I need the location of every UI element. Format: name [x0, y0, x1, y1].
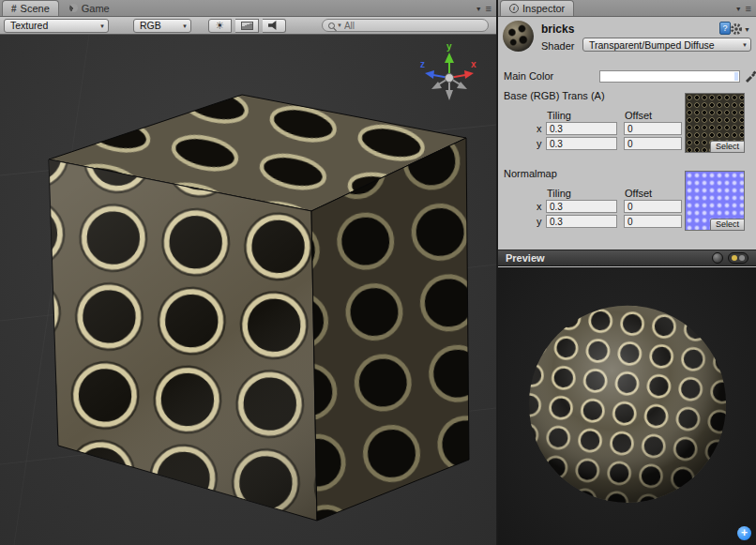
- material-preview-sphere[interactable]: [522, 299, 733, 509]
- main-color-label: Main Color: [504, 70, 553, 82]
- pane-dropdown-icon[interactable]: ▼: [735, 6, 742, 12]
- preview-header[interactable]: Preview: [498, 250, 756, 266]
- gizmo-y-label[interactable]: y: [446, 41, 452, 52]
- speaker-icon: [268, 21, 280, 30]
- pane-dropdown-icon[interactable]: ▼: [476, 6, 482, 12]
- sun-icon: ☀: [216, 21, 225, 31]
- pane-menu-icon[interactable]: ≡: [746, 4, 751, 13]
- normal-y-axis-label: y: [537, 216, 542, 227]
- normal-tiling-header: Tiling: [547, 188, 571, 199]
- material-name: bricks: [541, 23, 574, 36]
- normal-tiling-x-input[interactable]: [546, 200, 617, 213]
- main-color-swatch[interactable]: [599, 70, 740, 83]
- material-preview-icon: [503, 21, 534, 52]
- skybox-icon: [241, 22, 253, 30]
- scene-cube[interactable]: [0, 35, 496, 545]
- material-options[interactable]: ▼: [730, 23, 750, 36]
- base-texture-select-button[interactable]: Select: [710, 141, 745, 153]
- scene-search-field[interactable]: ▼: [322, 19, 489, 32]
- preview-dot-icon: [732, 255, 737, 261]
- scene-panel: # Scene Game ▼ ≡ Textured ▼ RGB ▼ ☀: [0, 0, 496, 545]
- pane-menu-icon[interactable]: ≡: [486, 4, 491, 13]
- audio-toggle[interactable]: [263, 19, 286, 33]
- tab-inspector-label: Inspector: [522, 3, 565, 14]
- base-map-title: Base (RGB) Trans (A): [504, 90, 605, 101]
- base-offset-x-input[interactable]: [624, 122, 682, 135]
- normal-offset-y-input[interactable]: [624, 215, 682, 228]
- base-offset-header: Offset: [625, 110, 652, 121]
- search-input[interactable]: [344, 21, 482, 31]
- tab-scene[interactable]: # Scene: [2, 0, 59, 16]
- base-tiling-header: Tiling: [547, 110, 571, 121]
- inspector-pane-controls: ▼ ≡: [735, 4, 756, 16]
- channel-value: RGB: [140, 20, 161, 31]
- chevron-down-icon: ▼: [744, 26, 750, 33]
- tab-game[interactable]: Game: [61, 0, 118, 16]
- shader-label: Shader: [541, 40, 574, 52]
- lighting-toggle[interactable]: ☀: [208, 19, 232, 33]
- gizmo-z-label[interactable]: z: [420, 59, 425, 69]
- normal-tiling-y-input[interactable]: [546, 215, 617, 228]
- preview-lighting-icon[interactable]: [728, 252, 748, 264]
- normal-map-title: Normalmap: [504, 168, 557, 179]
- preview-title: Preview: [506, 252, 545, 264]
- base-tiling-x-input[interactable]: [546, 122, 617, 135]
- tab-inspector[interactable]: i Inspector: [500, 0, 574, 16]
- shader-value: Transparent/Bumped Diffuse: [589, 39, 715, 51]
- base-x-axis-label: x: [537, 123, 542, 134]
- preview-sphere-icon[interactable]: [712, 252, 723, 264]
- info-icon: i: [509, 4, 519, 13]
- search-filter-caret-icon[interactable]: ▼: [337, 23, 342, 28]
- gear-icon: [730, 23, 743, 36]
- base-y-axis-label: y: [537, 138, 542, 149]
- game-icon: [69, 4, 78, 12]
- scene-pane-controls: ▼ ≡: [476, 4, 496, 16]
- scene-grid-icon: #: [11, 4, 17, 14]
- scene-tabbar: # Scene Game ▼ ≡: [0, 0, 496, 17]
- gizmo-x-label[interactable]: x: [471, 59, 476, 69]
- chevron-down-icon: ▼: [99, 23, 105, 29]
- scene-viewport[interactable]: y x z: [0, 35, 496, 545]
- tab-game-label: Game: [82, 3, 110, 14]
- normal-offset-header: Offset: [625, 188, 652, 199]
- material-preview-area[interactable]: +: [498, 267, 756, 545]
- preview-controls: [712, 252, 748, 264]
- base-offset-y-input[interactable]: [624, 137, 682, 150]
- scene-gizmo[interactable]: y x z: [419, 40, 479, 110]
- search-icon: [328, 23, 335, 29]
- chevron-down-icon: ▼: [182, 23, 188, 29]
- preview-dot-icon: [739, 255, 745, 261]
- scene-toolbar: Textured ▼ RGB ▼ ☀ ▼: [0, 17, 496, 35]
- tab-scene-label: Scene: [21, 3, 50, 14]
- skybox-toggle[interactable]: [235, 19, 259, 33]
- inspector-panel: i Inspector ▼ ≡ bricks ? ▼ Shader Transp…: [497, 0, 756, 545]
- chevron-down-icon: ▼: [742, 42, 748, 48]
- normal-offset-x-input[interactable]: [624, 200, 682, 213]
- base-tiling-y-input[interactable]: [546, 137, 617, 150]
- preview-add-button[interactable]: +: [737, 526, 751, 540]
- render-mode-dropdown[interactable]: Textured ▼: [4, 19, 109, 33]
- inspector-tabbar: i Inspector ▼ ≡: [498, 0, 756, 17]
- normal-x-axis-label: x: [537, 201, 542, 212]
- eyedropper-icon[interactable]: [744, 69, 756, 83]
- normal-texture-select-button[interactable]: Select: [710, 219, 745, 231]
- material-inspector: bricks ? ▼ Shader Transparent/Bumped Dif…: [498, 17, 756, 250]
- channel-dropdown[interactable]: RGB ▼: [133, 19, 191, 33]
- normal-texture-thumbnail[interactable]: Select: [685, 171, 745, 231]
- shader-dropdown[interactable]: Transparent/Bumped Diffuse ▼: [582, 38, 751, 52]
- base-texture-thumbnail[interactable]: Select: [685, 93, 745, 153]
- render-mode-value: Textured: [10, 20, 48, 31]
